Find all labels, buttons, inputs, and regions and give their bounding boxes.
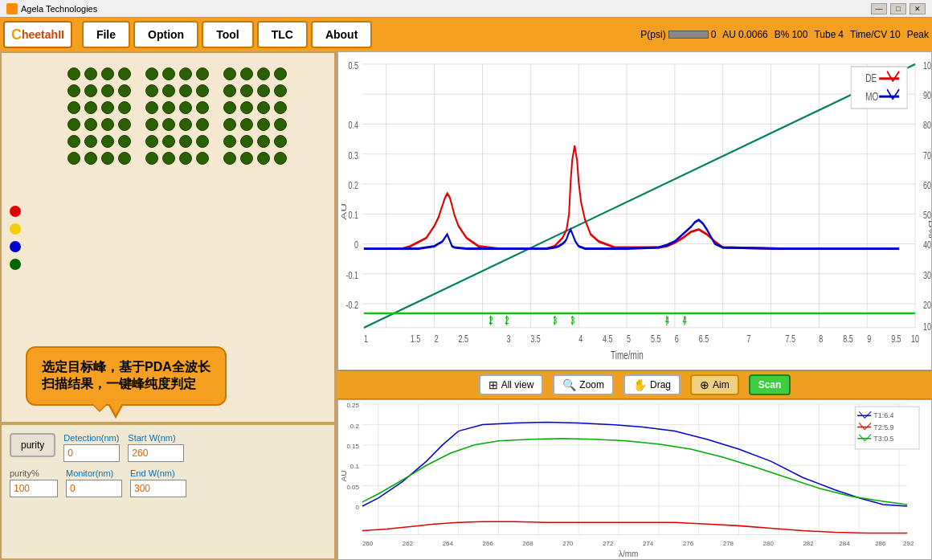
well[interactable]: [145, 84, 158, 97]
well[interactable]: [101, 152, 114, 165]
well[interactable]: [274, 135, 287, 148]
well[interactable]: [257, 67, 270, 80]
well[interactable]: [223, 67, 236, 80]
tlc-menu[interactable]: TLC: [257, 21, 308, 48]
well[interactable]: [179, 118, 192, 131]
well[interactable]: [179, 135, 192, 148]
well[interactable]: [67, 84, 80, 97]
well[interactable]: [257, 152, 270, 165]
well[interactable]: [162, 101, 175, 114]
about-menu[interactable]: About: [311, 21, 372, 48]
well[interactable]: [67, 135, 80, 148]
well[interactable]: [223, 84, 236, 97]
well-group-3: [223, 67, 287, 165]
minimize-button[interactable]: —: [871, 3, 887, 14]
maximize-button[interactable]: □: [890, 3, 906, 14]
well[interactable]: [101, 67, 114, 80]
well[interactable]: [240, 84, 253, 97]
well[interactable]: [196, 118, 209, 131]
well[interactable]: [240, 152, 253, 165]
well[interactable]: [118, 84, 131, 97]
start-w-input[interactable]: [128, 444, 184, 462]
well[interactable]: [196, 152, 209, 165]
well[interactable]: [240, 118, 253, 131]
well[interactable]: [145, 101, 158, 114]
well[interactable]: [84, 101, 97, 114]
aim-button[interactable]: ⊕ Aim: [690, 374, 739, 395]
well[interactable]: [162, 67, 175, 80]
well[interactable]: [84, 152, 97, 165]
well[interactable]: [101, 118, 114, 131]
main-content: 选定目标峰，基于PDA全波长 扫描结果，一键峰纯度判定 purity Detec…: [0, 51, 932, 560]
well[interactable]: [274, 84, 287, 97]
well[interactable]: [196, 135, 209, 148]
well[interactable]: [162, 152, 175, 165]
well[interactable]: [67, 101, 80, 114]
well[interactable]: [84, 135, 97, 148]
well[interactable]: [162, 135, 175, 148]
all-view-button[interactable]: ⊞ All view: [479, 374, 544, 395]
well[interactable]: [67, 67, 80, 80]
well[interactable]: [257, 118, 270, 131]
well[interactable]: [223, 118, 236, 131]
well[interactable]: [145, 118, 158, 131]
well[interactable]: [84, 118, 97, 131]
file-menu[interactable]: File: [82, 21, 130, 48]
end-w-input[interactable]: [130, 480, 186, 497]
well[interactable]: [196, 101, 209, 114]
well[interactable]: [118, 152, 131, 165]
well[interactable]: [179, 152, 192, 165]
well[interactable]: [240, 67, 253, 80]
purity-percent-input[interactable]: [10, 480, 58, 497]
well[interactable]: [118, 135, 131, 148]
well[interactable]: [118, 101, 131, 114]
well[interactable]: [223, 101, 236, 114]
well[interactable]: [145, 67, 158, 80]
svg-rect-82: [338, 400, 931, 559]
well[interactable]: [162, 84, 175, 97]
tool-menu[interactable]: Tool: [202, 21, 254, 48]
purity-button[interactable]: purity: [10, 433, 55, 457]
well[interactable]: [240, 135, 253, 148]
well[interactable]: [257, 135, 270, 148]
well[interactable]: [118, 118, 131, 131]
well[interactable]: [179, 84, 192, 97]
close-button[interactable]: ✕: [910, 3, 926, 14]
well[interactable]: [162, 118, 175, 131]
well[interactable]: [274, 118, 287, 131]
well[interactable]: [179, 101, 192, 114]
well[interactable]: [196, 84, 209, 97]
well[interactable]: [274, 67, 287, 80]
detection-input[interactable]: [63, 444, 120, 462]
bottom-controls-row: purity% Monitor(nm) End W(nm): [10, 468, 326, 497]
well[interactable]: [257, 84, 270, 97]
svg-text:-0.2: -0.2: [345, 299, 358, 310]
well[interactable]: [67, 118, 80, 131]
well[interactable]: [223, 135, 236, 148]
well[interactable]: [196, 67, 209, 80]
scan-button[interactable]: Scan: [749, 374, 791, 395]
well[interactable]: [145, 135, 158, 148]
monitor-input[interactable]: [66, 480, 122, 497]
well[interactable]: [118, 67, 131, 80]
option-menu[interactable]: Option: [133, 21, 198, 48]
well[interactable]: [257, 101, 270, 114]
well[interactable]: [101, 135, 114, 148]
well[interactable]: [274, 152, 287, 165]
zoom-button[interactable]: 🔍 Zoom: [553, 374, 614, 395]
svg-text:6: 6: [675, 333, 679, 344]
well[interactable]: [101, 84, 114, 97]
drag-button[interactable]: ✋ Drag: [623, 374, 681, 395]
well[interactable]: [67, 152, 80, 165]
well[interactable]: [240, 101, 253, 114]
well[interactable]: [101, 101, 114, 114]
well-plate: [10, 61, 326, 171]
well[interactable]: [84, 67, 97, 80]
well[interactable]: [223, 152, 236, 165]
well[interactable]: [274, 101, 287, 114]
well[interactable]: [145, 152, 158, 165]
svg-text:B%: B%: [926, 220, 931, 239]
well[interactable]: [84, 84, 97, 97]
well[interactable]: [179, 67, 192, 80]
svg-text:9.5: 9.5: [891, 333, 901, 344]
